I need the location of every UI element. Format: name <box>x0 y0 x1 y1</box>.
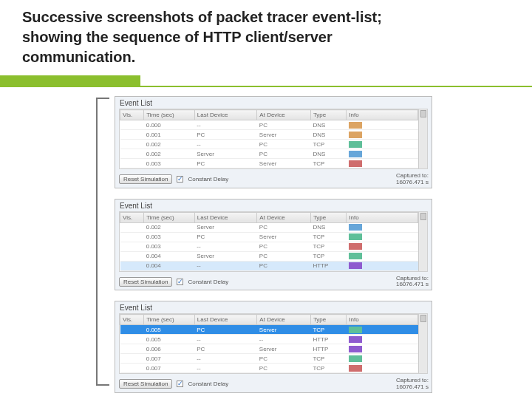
captured-to-label: Captured to:16076.471 s <box>393 274 432 290</box>
table-row[interactable]: 0.005----HTTP <box>120 335 418 344</box>
scrollbar[interactable] <box>418 314 427 373</box>
reset-simulation-button[interactable]: Reset Simulation <box>119 379 172 389</box>
constant-delay-label: Constant Delay <box>188 176 228 183</box>
table-row[interactable]: 0.007--PCTCP <box>120 354 418 364</box>
table-row[interactable]: 0.002ServerPCDNS <box>120 222 418 232</box>
info-color-swatch[interactable] <box>349 355 362 362</box>
table-row[interactable]: 0.002--PCTCP <box>120 140 418 149</box>
col-at[interactable]: At Device <box>257 110 311 120</box>
info-color-swatch[interactable] <box>349 224 362 231</box>
table-row[interactable]: 0.007--PCTCP <box>120 364 418 373</box>
event-list-panel: Event ListVis.Time (sec)Last DeviceAt De… <box>115 96 432 188</box>
col-vis[interactable]: Vis. <box>120 315 144 325</box>
info-color-swatch[interactable] <box>349 262 362 269</box>
col-time[interactable]: Time (sec) <box>144 212 195 222</box>
table-row[interactable]: 0.004--PCHTTP <box>120 261 418 270</box>
col-last[interactable]: Last Device <box>194 110 257 120</box>
col-last[interactable]: Last Device <box>194 212 257 222</box>
info-color-swatch[interactable] <box>349 160 362 167</box>
col-info[interactable]: Info <box>347 110 418 120</box>
info-color-swatch[interactable] <box>349 336 362 343</box>
panel-heading: Event List <box>115 301 432 313</box>
panel-heading: Event List <box>115 200 432 211</box>
table-row[interactable]: 0.000--PCDNS <box>120 120 418 130</box>
scrollbar[interactable] <box>418 212 427 271</box>
constant-delay-checkbox[interactable] <box>177 279 183 285</box>
scroll-up-icon[interactable] <box>420 110 426 117</box>
info-color-swatch[interactable] <box>349 253 362 259</box>
event-list-panel: Event ListVis.Time (sec)Last DeviceAt De… <box>115 301 432 393</box>
constant-delay-label: Constant Delay <box>188 381 228 387</box>
col-type[interactable]: Type <box>310 212 346 222</box>
captured-to-label: Captured to:16076.471 s <box>393 376 432 392</box>
info-color-swatch[interactable] <box>349 141 362 148</box>
col-vis[interactable]: Vis. <box>120 110 144 120</box>
table-row[interactable]: 0.001PCServerDNS <box>120 130 418 140</box>
captured-to-label: Captured to:16076.471 s <box>393 171 432 188</box>
event-table: Vis.Time (sec)Last DeviceAt DeviceTypeIn… <box>120 314 418 373</box>
title-line-3: communication. <box>22 49 135 65</box>
event-list-panel: Event ListVis.Time (sec)Last DeviceAt De… <box>115 199 432 291</box>
grouping-bracket <box>96 98 109 386</box>
screenshot-stack: Event ListVis.Time (sec)Last DeviceAt De… <box>115 96 432 399</box>
table-row[interactable]: 0.003--PCTCP <box>120 242 418 251</box>
col-time[interactable]: Time (sec) <box>144 110 195 120</box>
col-at[interactable]: At Device <box>257 212 311 222</box>
info-color-swatch[interactable] <box>349 327 362 333</box>
constant-delay-label: Constant Delay <box>188 279 228 285</box>
accent-bar <box>0 75 140 86</box>
info-color-swatch[interactable] <box>349 151 362 157</box>
constant-delay-checkbox[interactable] <box>177 176 183 183</box>
constant-delay-checkbox[interactable] <box>177 381 183 387</box>
panel-heading: Event List <box>115 97 432 109</box>
col-time[interactable]: Time (sec) <box>144 315 195 325</box>
col-type[interactable]: Type <box>310 315 346 325</box>
scroll-up-icon[interactable] <box>420 315 426 322</box>
col-info[interactable]: Info <box>347 315 418 325</box>
accent-line <box>0 86 532 87</box>
scrollbar[interactable] <box>418 109 427 168</box>
col-at[interactable]: At Device <box>257 315 311 325</box>
col-vis[interactable]: Vis. <box>120 212 144 222</box>
table-row[interactable]: 0.006PCServerHTTP <box>120 344 418 354</box>
table-row[interactable]: 0.004ServerPCTCP <box>120 251 418 261</box>
title-line-2: showing the sequence of HTTP client/serv… <box>22 29 332 45</box>
table-row[interactable]: 0.002ServerPCDNS <box>120 149 418 159</box>
reset-simulation-button[interactable]: Reset Simulation <box>119 174 172 184</box>
table-row[interactable]: 0.003PCServerTCP <box>120 159 418 168</box>
event-table: Vis.Time (sec)Last DeviceAt DeviceTypeIn… <box>120 212 418 271</box>
info-color-swatch[interactable] <box>349 122 362 129</box>
info-color-swatch[interactable] <box>349 132 362 138</box>
info-color-swatch[interactable] <box>349 243 362 250</box>
event-table: Vis.Time (sec)Last DeviceAt DeviceTypeIn… <box>120 109 418 168</box>
table-row[interactable]: 0.003PCServerTCP <box>120 232 418 242</box>
reset-simulation-button[interactable]: Reset Simulation <box>119 277 172 287</box>
col-info[interactable]: Info <box>347 212 418 222</box>
info-color-swatch[interactable] <box>349 365 362 372</box>
info-color-swatch[interactable] <box>349 233 362 240</box>
scroll-up-icon[interactable] <box>420 213 426 220</box>
info-color-swatch[interactable] <box>349 346 362 352</box>
col-last[interactable]: Last Device <box>194 315 257 325</box>
title-line-1: Successive screenshots of packet tracer … <box>22 9 382 25</box>
table-row[interactable]: 0.005PCServerTCP <box>120 325 418 335</box>
col-type[interactable]: Type <box>310 110 346 120</box>
